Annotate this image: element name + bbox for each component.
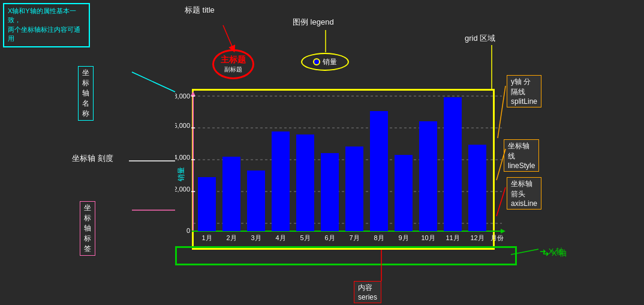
top-left-annotation: X轴和Y轴的属性基本一致， 两个坐标轴标注内容可通用 (3, 3, 90, 47)
bar-mar (247, 171, 265, 231)
svg-marker-6 (191, 91, 195, 96)
svg-text:9月: 9月 (398, 234, 408, 241)
svg-text:7月: 7月 (349, 234, 359, 241)
axis-tick-annotation: 坐标轴 刻度 (72, 153, 113, 164)
svg-text:5月: 5月 (300, 234, 310, 241)
legend-label: 销量 (323, 57, 337, 67)
svg-text:2月: 2月 (226, 234, 236, 241)
bar-may (296, 134, 314, 231)
title-annotation-label: 标题 title (185, 5, 215, 16)
svg-line-32 (223, 25, 233, 49)
grid-annotation-label: grid 区域 (465, 33, 495, 44)
legend-annotation-label: 图例 legend (293, 17, 334, 28)
x-axis-label: ➜ X 轴 (543, 248, 567, 259)
bar-feb (222, 157, 240, 231)
bar-sep (395, 155, 413, 231)
svg-text:1月: 1月 (201, 234, 212, 241)
bar-nov (444, 97, 462, 231)
chart-svg: 0 2,000 4,000 6,000 8,000 销量 1月 2月 3月 4月… (175, 90, 511, 249)
legend-area: 销量 (301, 53, 349, 71)
svg-text:6,000: 6,000 (175, 122, 190, 129)
svg-text:10月: 10月 (421, 234, 435, 241)
sub-title: 副标题 (224, 65, 242, 74)
svg-text:3月: 3月 (251, 234, 261, 241)
svg-line-38 (132, 72, 175, 92)
bar-oct (419, 121, 437, 231)
legend-dot (313, 58, 320, 65)
svg-text:12月: 12月 (470, 234, 484, 241)
svg-text:4,000: 4,000 (175, 154, 190, 161)
main-title: 主标题 (221, 55, 246, 65)
svg-text:6月: 6月 (324, 234, 335, 241)
main-title-circle: 主标题 副标题 (212, 49, 254, 79)
bar-aug (370, 111, 388, 231)
svg-marker-8 (501, 229, 505, 234)
svg-text:0: 0 (186, 227, 190, 234)
svg-text:8,000: 8,000 (175, 92, 190, 100)
bar-jul (345, 146, 363, 231)
bar-apr (272, 131, 290, 231)
svg-text:2,000: 2,000 (175, 186, 190, 193)
svg-text:8月: 8月 (374, 234, 384, 241)
svg-text:月份: 月份 (490, 234, 504, 241)
svg-text:11月: 11月 (446, 234, 459, 241)
bar-jan (198, 177, 216, 231)
svg-text:销量: 销量 (177, 167, 185, 182)
bar-jun (321, 153, 339, 231)
bar-dec (468, 145, 486, 231)
svg-text:4月: 4月 (275, 234, 285, 241)
